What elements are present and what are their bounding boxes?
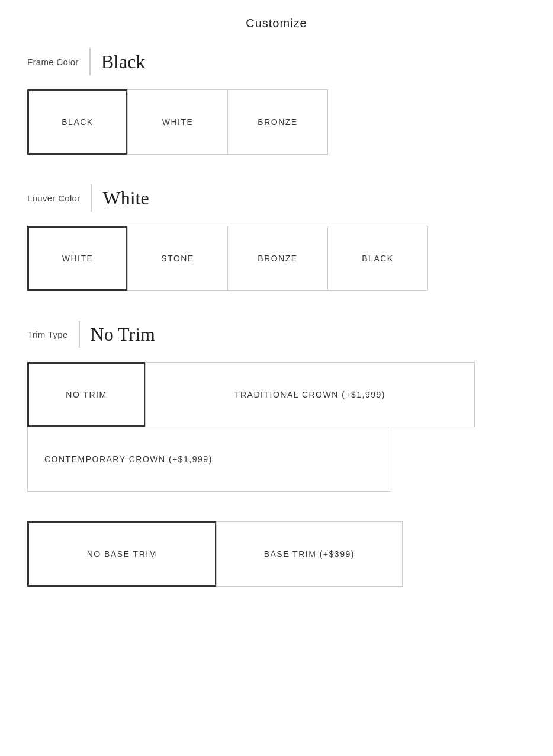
trim-contemporary-crown-button[interactable]: CONTEMPORARY CROWN (+$1,999) bbox=[27, 427, 391, 492]
louver-color-stone-button[interactable]: STONE bbox=[127, 226, 228, 291]
trim-traditional-crown-button[interactable]: TRADITIONAL CROWN (+$1,999) bbox=[145, 362, 475, 427]
frame-color-header: Frame Color Black bbox=[27, 48, 526, 75]
frame-color-bronze-button[interactable]: BRONZE bbox=[227, 89, 328, 155]
louver-color-header: Louver Color White bbox=[27, 184, 526, 212]
page-title: Customize bbox=[0, 0, 553, 48]
trim-type-divider bbox=[79, 321, 80, 348]
frame-color-options: BLACK WHITE BRONZE bbox=[27, 89, 526, 155]
louver-color-black-button[interactable]: BLACK bbox=[327, 226, 428, 291]
trim-no-trim-button[interactable]: NO TRIM bbox=[27, 362, 146, 427]
frame-color-divider bbox=[89, 48, 91, 75]
trim-type-value: No Trim bbox=[91, 323, 155, 345]
trim-type-options: NO TRIM TRADITIONAL CROWN (+$1,999) CONT… bbox=[27, 362, 475, 492]
frame-color-value: Black bbox=[101, 51, 146, 73]
base-trim-options: NO BASE TRIM BASE TRIM (+$399) bbox=[27, 521, 403, 587]
louver-color-section: Louver Color White WHITE STONE BRONZE BL… bbox=[0, 184, 553, 321]
base-trim-base-trim-button[interactable]: BASE TRIM (+$399) bbox=[216, 521, 403, 587]
louver-color-options: WHITE STONE BRONZE BLACK bbox=[27, 226, 526, 291]
frame-color-section: Frame Color Black BLACK WHITE BRONZE bbox=[0, 48, 553, 184]
frame-color-white-button[interactable]: WHITE bbox=[127, 89, 228, 155]
louver-color-bronze-button[interactable]: BRONZE bbox=[227, 226, 328, 291]
louver-color-white-button[interactable]: WHITE bbox=[27, 226, 128, 291]
louver-color-label: Louver Color bbox=[27, 193, 80, 203]
base-trim-no-base-button[interactable]: NO BASE TRIM bbox=[27, 521, 217, 587]
louver-color-divider bbox=[91, 184, 92, 212]
frame-color-black-button[interactable]: BLACK bbox=[27, 89, 128, 155]
louver-color-value: White bbox=[102, 187, 149, 209]
trim-type-section: Trim Type No Trim NO TRIM TRADITIONAL CR… bbox=[0, 321, 553, 515]
frame-color-label: Frame Color bbox=[27, 57, 79, 67]
trim-type-header: Trim Type No Trim bbox=[27, 321, 526, 348]
trim-type-label: Trim Type bbox=[27, 329, 68, 339]
base-trim-section: NO BASE TRIM BASE TRIM (+$399) bbox=[0, 515, 553, 610]
